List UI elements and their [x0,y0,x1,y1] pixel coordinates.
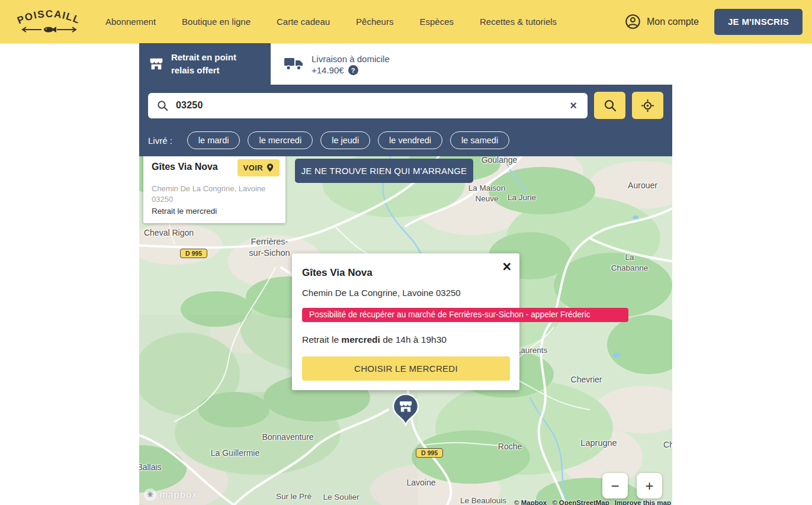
crosshair-locate-icon [641,99,654,112]
pickup-result-card: Gîtes Via Nova VOIR Chemin De La Congrin… [143,153,285,223]
delivery-mode-panel: Retrait en point relais offert Livraison… [139,43,672,156]
map-place-label: Laprugne [580,438,617,449]
day-pill[interactable]: le mercredi [248,131,313,149]
map-place-label: Sur le Pré [276,491,312,502]
delivery-help-icon[interactable]: ? [348,65,358,75]
poiscaille-logo[interactable]: POISCAILLE [17,8,82,36]
popup-pickup-line: Retrait le mercredi de 14h à 19h30 [302,334,510,345]
map-pin-icon [392,393,419,426]
days-label: Livré : [148,136,172,146]
attribution-link[interactable]: Improve this map [615,499,671,505]
map-place-label: Le Soulier [323,492,360,503]
day-pill[interactable]: le mardi [187,131,240,149]
map-place-label: La Maison Neuve [468,183,505,204]
pickup-day: mercredi [341,334,380,345]
map-place-label: Ch [663,439,672,450]
no-match-button[interactable]: JE NE TROUVE RIEN QUI M'ARRANGE [295,159,473,183]
result-title: Gîtes Via Nova [152,159,218,172]
nav-item[interactable]: Carte cadeau [277,17,330,27]
zoom-in-button[interactable]: + [637,473,662,498]
map-place-label: Cheval Rigon [144,227,194,238]
day-pill[interactable]: le vendredi [378,131,442,149]
pin-icon [267,163,274,172]
map-place-label: La Jurie [508,192,536,203]
map-place-label: Le Beaulouis [460,496,506,505]
pickup-prefix: Retrait le [302,334,341,345]
search-input[interactable]: 03250 × [148,93,588,118]
header-right: Mon compte JE M'INSCRIS [625,9,803,35]
road-badge: D 995 [180,249,207,258]
map-place-label: Chevrier [571,374,602,385]
tab-pickup-point[interactable]: Retrait en point relais offert [139,43,271,85]
top-navigation-bar: POISCAILLE AbonnementBoutique en ligneCa… [0,0,812,43]
day-pill[interactable]: le jeudi [320,131,370,149]
search-icon [157,100,168,111]
attribution-link[interactable]: © OpenStreetMap [552,499,609,505]
voir-label: VOIR [243,163,263,172]
nav-item[interactable]: Recettes & tutoriels [480,17,557,27]
mapbox-wordmark: mapbox [159,490,197,500]
pickup-map[interactable]: GentilPuyravelGoulangeLa Maison NeuveLa … [139,149,672,505]
map-place-label: Aurouer [628,180,657,191]
nav-item[interactable]: Espèces [419,17,454,27]
main-nav: AbonnementBoutique en ligneCarte cadeauP… [105,17,557,27]
nav-item[interactable]: Abonnement [105,17,156,27]
tab-delivery-price: +14.90€ [312,65,344,75]
popup-notice-banner: Possibilité de récupérer au marché de Fe… [302,308,628,322]
tab-delivery-label: Livraison à domicile [312,53,390,66]
pickup-point-marker[interactable] [392,393,419,426]
tab-delivery-text: Livraison à domicile +14.90€ ? [312,53,390,76]
map-place-label: Ferrières- sur-Sichon [249,236,290,259]
delivery-mode-tabs: Retrait en point relais offert Livraison… [139,43,672,85]
fish-arrows-icon [23,27,76,33]
close-icon[interactable]: × [502,259,511,274]
search-icon [604,99,617,112]
storefront-icon [149,56,163,72]
map-attribution: © Mapbox© OpenStreetMapImprove this map [514,499,671,505]
search-panel: 03250 × [139,85,672,156]
attribution-link[interactable]: © Mapbox [514,499,547,505]
road-badge: D 995 [416,448,443,458]
delivery-days-row: Livré : le mardile mercredile jeudile ve… [148,131,663,149]
user-icon [625,14,641,30]
map-place-label: La Chabanne [608,252,651,273]
pickup-popup: × Gîtes Via Nova Chemin De La Congrine, … [292,253,519,390]
popup-address: Chemin De La Congrine, Lavoine 03250 [302,288,510,298]
search-value: 03250 [176,100,560,111]
map-place-label: Bonnaventure [262,432,313,442]
page: POISCAILLE AbonnementBoutique en ligneCa… [0,0,812,505]
map-place-label: Roche [498,441,522,452]
account-link[interactable]: Mon compte [625,14,699,30]
map-place-label: Laurents [516,345,548,356]
svg-text:POISCAILLE: POISCAILLE [17,8,82,27]
result-pickup-day: Retrait le mercredi [152,207,280,215]
map-place-label: Lavoine [406,477,435,488]
pickup-time: de 14h à 19h30 [380,334,447,345]
nav-item[interactable]: Boutique en ligne [182,17,251,27]
truck-icon [284,56,304,72]
logo-graphic: POISCAILLE [17,8,82,36]
mapbox-logo-icon: ✳ [144,488,156,501]
tab-pickup-label: Retrait en point relais offert [171,51,261,77]
account-label: Mon compte [647,17,699,27]
popup-title: Gîtes Via Nova [302,262,510,279]
geolocate-button[interactable] [632,92,663,119]
signup-button[interactable]: JE M'INSCRIS [714,9,803,35]
result-address: Chemin De La Congrine, Lavoine 03250 [152,184,280,204]
tab-home-delivery[interactable]: Livraison à domicile +14.90€ ? [271,43,400,85]
day-pills: le mardile mercredile jeudile vendredile… [187,131,509,149]
map-place-label: La Guillermie [211,448,259,458]
choose-day-button[interactable]: CHOISIR LE MERCREDI [302,356,510,381]
nav-item[interactable]: Pêcheurs [356,17,393,27]
clear-search-icon[interactable]: × [568,99,579,111]
day-pill[interactable]: le samedi [450,131,509,149]
search-button[interactable] [594,92,625,119]
zoom-out-button[interactable]: − [602,473,628,498]
voir-button[interactable]: VOIR [237,159,280,176]
map-place-label: Ballais [139,462,162,472]
mapbox-logo[interactable]: ✳ mapbox [144,488,197,501]
